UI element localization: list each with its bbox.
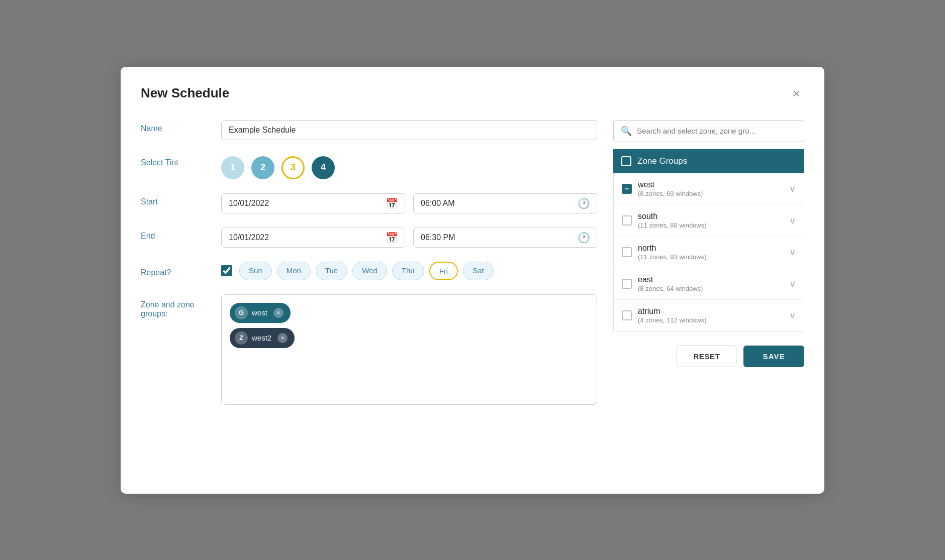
repeat-checkbox[interactable] bbox=[221, 265, 232, 276]
end-date-time-row: 📅 🕐 bbox=[221, 228, 597, 248]
zone-groups-checkbox[interactable] bbox=[621, 156, 631, 166]
reset-button[interactable]: RESET bbox=[677, 346, 736, 367]
south-sub: (11 zones, 88 windows) bbox=[638, 221, 783, 229]
day-tue[interactable]: Tue bbox=[316, 262, 347, 280]
search-input[interactable] bbox=[637, 127, 797, 135]
remove-west2-button[interactable]: × bbox=[277, 333, 288, 343]
west-checkbox[interactable]: − bbox=[622, 184, 632, 194]
east-chevron-icon: ∨ bbox=[789, 278, 796, 289]
end-time-input[interactable] bbox=[413, 228, 597, 248]
north-name: north bbox=[638, 244, 783, 253]
end-date-wrap: 📅 bbox=[221, 228, 405, 248]
atrium-name: atrium bbox=[638, 307, 783, 316]
zone-chip-west-label: west bbox=[252, 308, 267, 317]
name-controls bbox=[221, 120, 597, 140]
zone-chip-west2[interactable]: Z west2 × bbox=[230, 328, 295, 348]
end-controls: 📅 🕐 bbox=[221, 228, 597, 248]
zone-item-north[interactable]: north (11 zones, 93 windows) ∨ bbox=[614, 237, 804, 268]
south-chevron-icon: ∨ bbox=[789, 215, 796, 226]
right-section: 🔍 Zone Groups − west (8 zo bbox=[613, 120, 804, 405]
modal-title: New Schedule bbox=[141, 85, 229, 101]
end-time-wrap: 🕐 bbox=[413, 228, 597, 248]
tint-2[interactable]: 2 bbox=[251, 156, 274, 179]
name-label: Name bbox=[141, 120, 221, 133]
tint-4-label: 4 bbox=[321, 162, 326, 173]
atrium-checkbox[interactable] bbox=[622, 310, 632, 320]
atrium-text: atrium (4 zones, 112 windows) bbox=[638, 307, 783, 324]
day-sun[interactable]: Sun bbox=[239, 262, 272, 280]
west-chevron-icon: ∨ bbox=[789, 183, 796, 194]
zone-list: − west (8 zones, 69 windows) ∨ south bbox=[613, 173, 804, 331]
south-text: south (11 zones, 88 windows) bbox=[638, 212, 783, 229]
zone-item-south[interactable]: south (11 zones, 88 windows) ∨ bbox=[614, 205, 804, 237]
zone-chip-west2-label: west2 bbox=[252, 333, 271, 342]
day-thu[interactable]: Thu bbox=[392, 262, 424, 280]
west-text: west (8 zones, 69 windows) bbox=[638, 180, 783, 197]
modal-header: New Schedule × bbox=[141, 85, 804, 102]
south-checkbox[interactable] bbox=[622, 215, 632, 226]
day-sat[interactable]: Sat bbox=[463, 262, 494, 280]
repeat-row: Repeat? Sun Mon Tue Wed Thu Fri Sat bbox=[141, 262, 597, 280]
east-name: east bbox=[638, 275, 783, 284]
zone-groups-label: Zone Groups bbox=[637, 156, 687, 166]
remove-west-button[interactable]: × bbox=[273, 308, 284, 318]
zone-item-east[interactable]: east (8 zones, 64 windows) ∨ bbox=[614, 268, 804, 300]
tint-4[interactable]: 4 bbox=[312, 156, 335, 179]
tint-2-label: 2 bbox=[260, 162, 265, 173]
east-sub: (8 zones, 64 windows) bbox=[638, 285, 783, 292]
tint-label: Select Tint bbox=[141, 154, 221, 167]
search-icon: 🔍 bbox=[621, 126, 632, 137]
modal-body: Name Select Tint 1 2 bbox=[141, 120, 804, 405]
save-button[interactable]: SAVE bbox=[743, 346, 804, 367]
south-name: south bbox=[638, 212, 783, 221]
name-row: Name bbox=[141, 120, 597, 140]
day-fri[interactable]: Fri bbox=[429, 262, 458, 280]
east-checkbox[interactable] bbox=[622, 279, 632, 289]
day-mon[interactable]: Mon bbox=[277, 262, 311, 280]
bottom-buttons: RESET SAVE bbox=[613, 346, 804, 367]
end-label: End bbox=[141, 228, 221, 241]
start-time-wrap: 🕐 bbox=[413, 193, 597, 213]
zone-label: Zone and zone groups: bbox=[141, 294, 221, 318]
tint-1[interactable]: 1 bbox=[221, 156, 244, 179]
west-name: west bbox=[638, 180, 783, 189]
north-checkbox[interactable] bbox=[622, 247, 632, 257]
tint-3[interactable]: 3 bbox=[281, 156, 305, 179]
close-button[interactable]: × bbox=[789, 85, 804, 102]
start-date-time-row: 📅 🕐 bbox=[221, 193, 597, 213]
east-text: east (8 zones, 64 windows) bbox=[638, 275, 783, 292]
tint-3-label: 3 bbox=[291, 162, 296, 173]
zone-groups-header: Zone Groups bbox=[613, 149, 804, 173]
start-date-input[interactable] bbox=[221, 193, 405, 213]
end-row: End 📅 🕐 bbox=[141, 228, 597, 248]
chip-letter-z: Z bbox=[235, 331, 248, 345]
modal-overlay: New Schedule × Name Select Tint bbox=[0, 0, 945, 560]
zone-item-atrium[interactable]: atrium (4 zones, 112 windows) ∨ bbox=[614, 300, 804, 331]
north-sub: (11 zones, 93 windows) bbox=[638, 253, 783, 261]
start-date-wrap: 📅 bbox=[221, 193, 405, 213]
search-bar: 🔍 bbox=[613, 120, 804, 142]
name-input[interactable] bbox=[221, 120, 597, 140]
zone-label-row: Zone and zone groups: G west × Z west2 × bbox=[141, 294, 597, 405]
west-sub: (8 zones, 69 windows) bbox=[638, 190, 783, 197]
zone-chip-west[interactable]: G west × bbox=[230, 303, 291, 323]
repeat-label: Repeat? bbox=[141, 264, 221, 277]
atrium-chevron-icon: ∨ bbox=[789, 310, 796, 321]
modal: New Schedule × Name Select Tint bbox=[121, 67, 824, 494]
north-text: north (11 zones, 93 windows) bbox=[638, 244, 783, 261]
atrium-sub: (4 zones, 112 windows) bbox=[638, 316, 783, 324]
tint-options: 1 2 3 4 bbox=[221, 154, 335, 179]
start-time-input[interactable] bbox=[413, 193, 597, 213]
end-date-input[interactable] bbox=[221, 228, 405, 248]
start-controls: 📅 🕐 bbox=[221, 193, 597, 213]
north-chevron-icon: ∨ bbox=[789, 247, 796, 258]
day-wed[interactable]: Wed bbox=[352, 262, 387, 280]
minus-icon: − bbox=[625, 185, 629, 192]
start-row: Start 📅 🕐 bbox=[141, 193, 597, 213]
form-section: Name Select Tint 1 2 bbox=[141, 120, 597, 405]
zone-chips-area: G west × Z west2 × bbox=[221, 294, 597, 405]
repeat-controls: Sun Mon Tue Wed Thu Fri Sat bbox=[221, 262, 494, 280]
zone-item-west[interactable]: − west (8 zones, 69 windows) ∨ bbox=[614, 173, 804, 205]
tint-row: Select Tint 1 2 3 4 bbox=[141, 154, 597, 179]
day-chips: Sun Mon Tue Wed Thu Fri Sat bbox=[239, 262, 494, 280]
